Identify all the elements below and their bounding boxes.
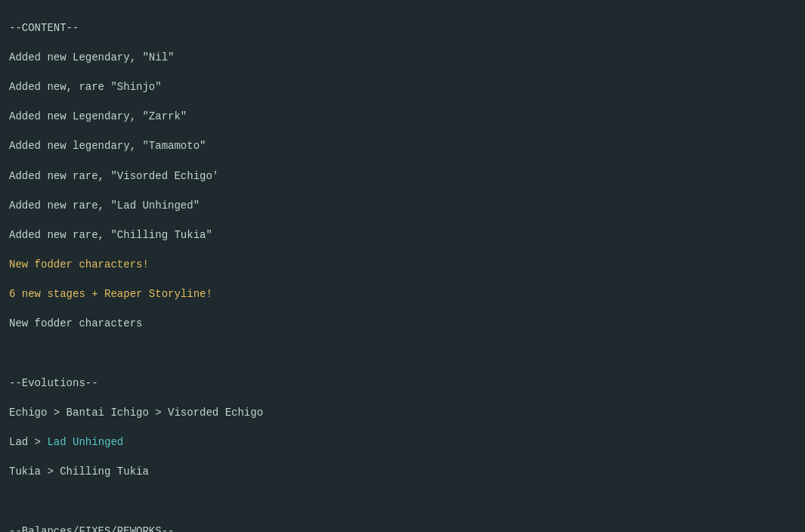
line-nil: Added new Legendary, "Nil" (9, 51, 174, 63)
line-echigo-evolution: Echigo > Bantai Ichigo > Visorded Echigo (9, 407, 263, 419)
line-lad-evolution: Lad > Lad Unhinged (9, 436, 123, 448)
line-visorded: Added new rare, "Visorded Echigo' (9, 170, 218, 182)
line-shinjo: Added new, rare "Shinjo" (9, 81, 162, 93)
line-fodder-characters-2: New fodder characters (9, 317, 142, 329)
line-tukia-evolution: Tukia > Chilling Tukia (9, 466, 149, 478)
balances-header: --Balances/FIXES/REWORKS-- (9, 525, 174, 532)
evolutions-header: --Evolutions-- (9, 377, 98, 389)
line-fodder-characters: New fodder characters! (9, 258, 149, 271)
line-lad-unhinged: Added new rare, "Lad Unhinged" (9, 200, 200, 212)
line-chilling-tukia: Added new rare, "Chilling Tukia" (9, 229, 212, 241)
line-new-stages: 6 new stages + Reaper Storyline! (9, 288, 212, 300)
line-tamamoto: Added new legendary, "Tamamoto" (9, 140, 206, 152)
line-zarrk: Added new Legendary, "Zarrk" (9, 110, 187, 122)
section-content-header: --CONTENT-- (9, 22, 79, 34)
main-content-area: --CONTENT-- Added new Legendary, "Nil" A… (9, 6, 796, 532)
